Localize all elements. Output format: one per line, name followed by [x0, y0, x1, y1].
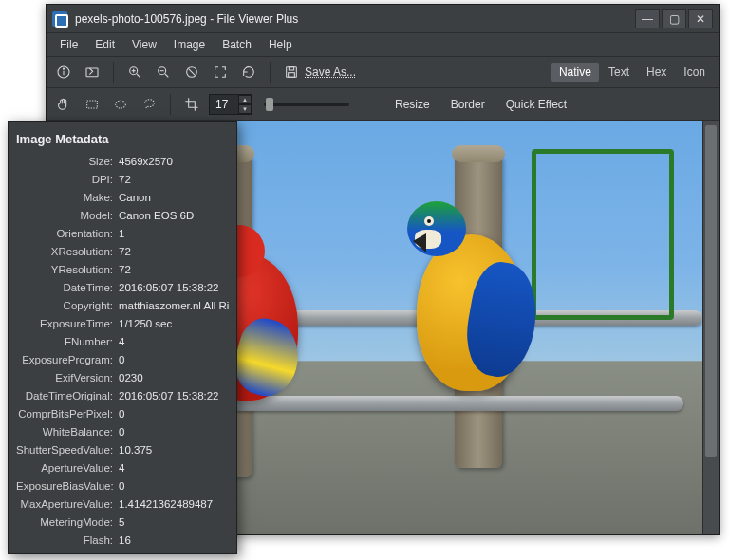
minimize-button[interactable]: — [635, 9, 660, 28]
meta-key: Flash: [16, 534, 119, 546]
meta-value: 0 [119, 408, 229, 420]
meta-value: 0230 [119, 372, 229, 383]
meta-key: Model: [16, 210, 119, 221]
meta-row: FNumber:4 [16, 332, 229, 350]
meta-key: XResolution: [16, 246, 119, 257]
view-tab-native[interactable]: Native [551, 63, 599, 82]
meta-row: Copyright:matthiaszomer.nl All Rights Re… [16, 296, 229, 314]
meta-value: matthiaszomer.nl All Rights Res [119, 300, 229, 311]
meta-key: Copyright: [16, 300, 119, 311]
meta-key: Make: [16, 192, 119, 203]
open-icon[interactable] [81, 61, 103, 84]
meta-key: Size: [16, 156, 119, 167]
meta-key: DPI: [16, 174, 119, 185]
meta-key: ExposureProgram: [16, 354, 119, 365]
meta-value: 2016:05:07 15:38:22 [119, 390, 229, 401]
pan-hand-icon[interactable] [52, 93, 75, 116]
view-mode-tabs: NativeTextHexIcon [551, 63, 713, 82]
view-tab-hex[interactable]: Hex [639, 63, 674, 82]
rect-select-icon[interactable] [81, 93, 103, 116]
meta-row: DPI:72 [16, 170, 229, 188]
zoom-out-icon[interactable] [152, 61, 175, 84]
menu-edit[interactable]: Edit [87, 36, 122, 53]
menu-file[interactable]: File [52, 36, 85, 53]
meta-value: 4 [119, 336, 229, 347]
zoom-step-up[interactable]: ▲ [238, 95, 252, 104]
zoom-slider[interactable] [264, 103, 349, 106]
meta-value: 72 [119, 264, 229, 275]
meta-row: ComprBitsPerPixel:0 [16, 404, 229, 422]
view-tab-text[interactable]: Text [601, 63, 637, 82]
meta-key: DateTime: [16, 282, 119, 293]
zoom-slider-thumb[interactable] [266, 98, 273, 111]
meta-key: DateTimeOriginal: [16, 390, 119, 401]
titlebar[interactable]: pexels-photo-100576.jpeg - File Viewer P… [47, 5, 719, 33]
meta-value: 0 [119, 426, 229, 438]
svg-line-12 [189, 69, 196, 76]
crop-icon[interactable] [180, 93, 203, 116]
meta-value: 5 [119, 516, 229, 528]
lasso-select-icon[interactable] [138, 93, 160, 116]
meta-value: Canon [119, 192, 229, 203]
meta-value: 4 [119, 462, 229, 474]
zoom-step-down[interactable]: ▼ [238, 104, 252, 114]
refresh-icon[interactable] [237, 61, 260, 84]
meta-row: ApertureValue:4 [16, 458, 229, 476]
meta-key: ExifVersion: [16, 372, 119, 383]
meta-key: ApertureValue: [16, 462, 119, 474]
menu-image[interactable]: Image [166, 36, 213, 53]
meta-row: FocalLength:50 [16, 549, 229, 554]
zoom-field-wrap: 17 ▲ ▼ [209, 94, 252, 115]
meta-value: 16 [119, 534, 229, 546]
meta-key: Orientation: [16, 228, 119, 239]
fullscreen-icon[interactable] [209, 61, 232, 84]
svg-point-2 [63, 68, 64, 69]
vertical-scrollbar[interactable] [702, 121, 719, 534]
meta-row: ExposureBiasValue:0 [16, 476, 229, 495]
meta-row: Flash:16 [16, 531, 229, 549]
menubar: FileEditViewImageBatchHelp [47, 33, 719, 56]
meta-key: MaxApertureValue: [16, 498, 119, 510]
save-as-button[interactable]: Save As... [280, 61, 364, 84]
svg-point-17 [116, 101, 126, 108]
meta-row: ExposureTime:1/1250 sec [16, 314, 229, 332]
metadata-panel: Image Metadata Size:4569x2570DPI:72Make:… [8, 121, 237, 554]
meta-key: ComprBitsPerPixel: [16, 408, 119, 420]
meta-key: ExposureBiasValue: [16, 480, 119, 492]
meta-row: YResolution:72 [16, 260, 229, 278]
window-title: pexels-photo-100576.jpeg - File Viewer P… [75, 12, 635, 26]
zoom-reset-icon[interactable] [180, 61, 203, 84]
metadata-title: Image Metadata [16, 132, 229, 146]
info-icon[interactable] [52, 61, 75, 84]
action-quick-effect[interactable]: Quick Effect [500, 95, 572, 114]
meta-value: 2016:05:07 15:38:22 [119, 282, 229, 293]
menu-view[interactable]: View [124, 36, 164, 53]
zoom-in-icon[interactable] [123, 61, 146, 84]
meta-row: Model:Canon EOS 6D [16, 206, 229, 224]
meta-row: Make:Canon [16, 188, 229, 206]
toolbar-secondary: 17 ▲ ▼ ResizeBorderQuick Effect [47, 88, 719, 121]
menu-batch[interactable]: Batch [215, 36, 259, 53]
meta-value: 1.41421362489487 [119, 498, 229, 510]
menu-help[interactable]: Help [261, 36, 300, 53]
meta-row: ShutterSpeedValue:10.375 [16, 440, 229, 458]
action-resize[interactable]: Resize [389, 95, 436, 114]
meta-key: WhiteBalance: [16, 426, 119, 438]
app-icon [52, 11, 67, 27]
close-button[interactable]: ✕ [688, 9, 713, 28]
meta-row: DateTime:2016:05:07 15:38:22 [16, 278, 229, 296]
meta-row: MaxApertureValue:1.41421362489487 [16, 495, 229, 513]
svg-rect-16 [87, 101, 98, 108]
meta-row: Orientation:1 [16, 224, 229, 242]
action-border[interactable]: Border [445, 95, 491, 114]
scrollbar-thumb[interactable] [705, 125, 717, 457]
view-tab-icon[interactable]: Icon [676, 63, 713, 82]
svg-rect-15 [289, 73, 295, 78]
meta-key: YResolution: [16, 264, 119, 275]
meta-row: DateTimeOriginal:2016:05:07 15:38:22 [16, 386, 229, 404]
maximize-button[interactable]: ▢ [662, 9, 686, 28]
meta-row: WhiteBalance:0 [16, 422, 229, 440]
meta-key: FNumber: [16, 336, 119, 347]
ellipse-select-icon[interactable] [109, 93, 132, 116]
meta-value: 0 [119, 354, 229, 365]
